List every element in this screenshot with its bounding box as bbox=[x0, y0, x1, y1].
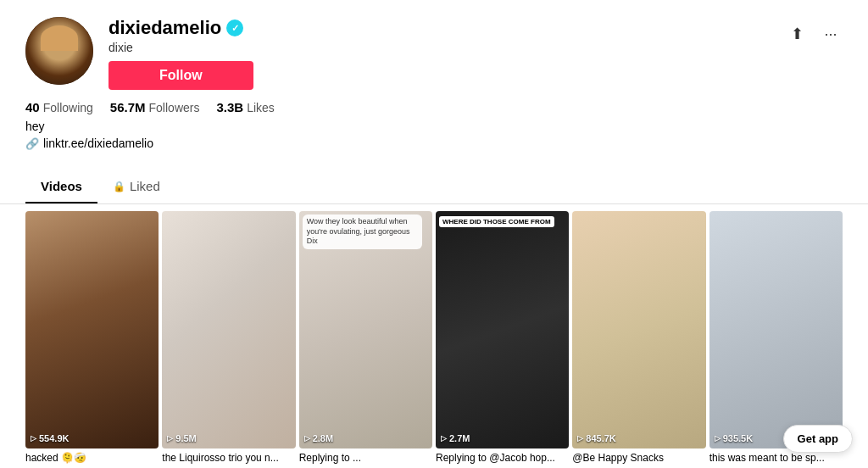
video-thumbnail: ▷845.7K bbox=[572, 211, 705, 448]
view-count: 554.9K bbox=[39, 433, 69, 443]
username-row: dixiedamelio ✓ bbox=[108, 17, 253, 39]
view-count: 2.8M bbox=[313, 433, 333, 443]
followers-label: Followers bbox=[149, 101, 200, 114]
view-count: 2.7M bbox=[449, 433, 470, 443]
tab-liked[interactable]: 🔒 Liked bbox=[97, 170, 175, 203]
view-count-overlay: ▷9.5M bbox=[167, 433, 196, 443]
video-title: Replying to ... bbox=[299, 452, 432, 465]
play-icon: ▷ bbox=[31, 434, 36, 443]
share-icon[interactable]: ⬆ bbox=[785, 22, 809, 46]
action-icons: ⬆ ··· bbox=[785, 17, 843, 46]
video-title: the Liquirosso trio you n... bbox=[162, 452, 295, 465]
lock-icon: 🔒 bbox=[113, 181, 125, 192]
profile-top-row: dixiedamelio ✓ dixie Follow ⬆ ··· bbox=[25, 17, 843, 100]
videos-grid: ▷554.9Khacked 🫠🤕▷9.5Mthe Liquirosso trio… bbox=[0, 204, 868, 468]
followers-count: 56.7M bbox=[110, 100, 146, 114]
get-app-button[interactable]: Get app bbox=[783, 425, 853, 453]
view-count-overlay: ▷554.9K bbox=[31, 433, 69, 443]
following-count: 40 bbox=[25, 100, 40, 114]
view-count-overlay: ▷2.8M bbox=[304, 433, 333, 443]
video-title: Replying to @Jacob hop... bbox=[436, 452, 569, 465]
play-icon: ▷ bbox=[715, 434, 721, 443]
stats-row: 40 Following 56.7M Followers 3.3B Likes bbox=[25, 100, 843, 114]
profile-info: dixiedamelio ✓ dixie Follow bbox=[108, 17, 253, 90]
video-card[interactable]: WHERE DID THOSE COME FROM▷2.7MReplying t… bbox=[436, 211, 569, 465]
bio-text: hey bbox=[25, 120, 843, 133]
video-title: @Be Happy Snacks bbox=[572, 452, 705, 465]
stat-followers: 56.7M Followers bbox=[110, 100, 200, 114]
video-card[interactable]: Wow they look beautiful when you're ovul… bbox=[299, 211, 432, 465]
bio-link-text: linktr.ee/dixiedamelio bbox=[43, 136, 153, 150]
display-name: dixie bbox=[108, 41, 253, 54]
following-label: Following bbox=[43, 101, 93, 114]
tab-videos-label: Videos bbox=[41, 179, 82, 193]
bio-link[interactable]: 🔗 linktr.ee/dixiedamelio bbox=[25, 136, 843, 150]
follow-button[interactable]: Follow bbox=[108, 61, 253, 90]
video-card[interactable]: ▷554.9Khacked 🫠🤕 bbox=[25, 211, 159, 465]
username: dixiedamelio bbox=[108, 17, 221, 39]
likes-count: 3.3B bbox=[216, 100, 243, 114]
video-thumbnail: Wow they look beautiful when you're ovul… bbox=[299, 211, 432, 448]
verified-icon: ✓ bbox=[226, 20, 243, 36]
tab-liked-label: Liked bbox=[130, 179, 160, 193]
play-icon: ▷ bbox=[441, 434, 447, 443]
view-count: 9.5M bbox=[175, 433, 196, 443]
video-thumbnail: ▷9.5M bbox=[162, 211, 295, 448]
play-icon: ▷ bbox=[304, 434, 310, 443]
view-count: 935.5K bbox=[723, 433, 753, 443]
stat-following: 40 Following bbox=[25, 100, 93, 114]
video-card[interactable]: ▷845.7K@Be Happy Snacks bbox=[572, 211, 705, 465]
view-count-overlay: ▷935.5K bbox=[715, 433, 753, 443]
video-thumbnail: ▷554.9K bbox=[25, 211, 159, 448]
video-title: hacked 🫠🤕 bbox=[25, 452, 159, 465]
video-title: this was meant to be sp... bbox=[709, 452, 843, 465]
banner-label: WHERE DID THOSE COME FROM bbox=[439, 216, 554, 227]
video-thumbnail: ▷935.5K bbox=[709, 211, 843, 448]
avatar-image bbox=[25, 17, 93, 85]
tab-videos[interactable]: Videos bbox=[25, 170, 97, 203]
likes-label: Likes bbox=[247, 101, 275, 114]
avatar bbox=[25, 17, 93, 85]
play-icon: ▷ bbox=[577, 434, 583, 443]
stat-likes: 3.3B Likes bbox=[216, 100, 274, 114]
tabs-row: Videos 🔒 Liked bbox=[0, 170, 868, 204]
video-card[interactable]: ▷9.5Mthe Liquirosso trio you n... bbox=[162, 211, 295, 465]
profile-section: dixiedamelio ✓ dixie Follow ⬆ ··· 40 Fol… bbox=[0, 0, 868, 170]
play-icon: ▷ bbox=[167, 434, 173, 443]
view-count: 845.7K bbox=[586, 433, 615, 443]
view-count-overlay: ▷2.7M bbox=[441, 433, 470, 443]
comment-bubble: Wow they look beautiful when you're ovul… bbox=[303, 214, 423, 249]
profile-header: dixiedamelio ✓ dixie Follow bbox=[25, 17, 253, 90]
link-icon: 🔗 bbox=[25, 137, 39, 150]
view-count-overlay: ▷845.7K bbox=[577, 433, 615, 443]
video-thumbnail: WHERE DID THOSE COME FROM▷2.7M bbox=[436, 211, 569, 448]
more-options-icon[interactable]: ··· bbox=[819, 22, 843, 46]
